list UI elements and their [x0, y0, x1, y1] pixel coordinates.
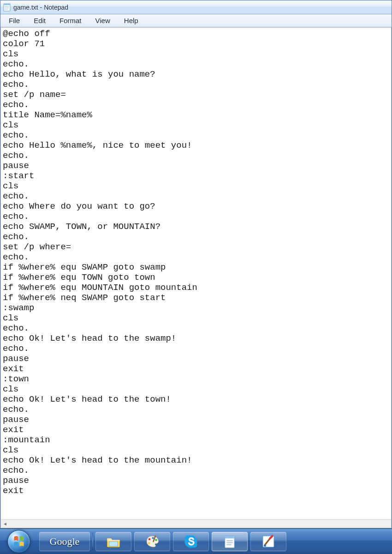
taskbar: Google	[0, 529, 392, 554]
skype-icon	[183, 533, 199, 550]
svg-point-7	[152, 537, 154, 539]
menu-edit[interactable]: Edit	[27, 16, 52, 25]
window-title: game.txt - Notepad	[13, 4, 68, 11]
notepad-icon	[221, 533, 238, 550]
horizontal-scrollbar[interactable]: ◄	[1, 519, 391, 528]
palette-icon	[144, 533, 160, 550]
svg-point-6	[148, 538, 150, 540]
svg-rect-1	[4, 4, 10, 5]
scroll-track[interactable]	[9, 520, 391, 528]
svg-rect-5	[109, 542, 118, 546]
taskbar-mspaint[interactable]	[250, 532, 286, 551]
menubar: File Edit Format View Help	[0, 14, 392, 27]
windows-logo-icon	[12, 535, 26, 548]
taskbar-notepad[interactable]	[212, 532, 248, 551]
menu-help[interactable]: Help	[118, 16, 145, 25]
menu-format[interactable]: Format	[53, 16, 88, 25]
notepad-window: game.txt - Notepad File Edit Format View…	[0, 0, 392, 529]
text-editor[interactable]: @echo off color 71 cls echo. echo Hello,…	[1, 28, 391, 519]
taskbar-google[interactable]: Google	[39, 532, 90, 551]
taskbar-skype[interactable]	[173, 532, 209, 551]
start-button[interactable]	[0, 529, 38, 554]
menu-view[interactable]: View	[89, 16, 117, 25]
scroll-left-arrow-icon[interactable]: ◄	[1, 520, 9, 528]
menu-file[interactable]: File	[2, 16, 26, 25]
folder-icon	[105, 533, 122, 550]
svg-point-9	[148, 542, 150, 544]
taskbar-google-label: Google	[50, 536, 80, 548]
taskbar-paint-palette[interactable]	[134, 532, 170, 551]
titlebar[interactable]: game.txt - Notepad	[0, 0, 392, 14]
notepad-app-icon	[3, 3, 11, 12]
paintbrush-icon	[260, 533, 277, 550]
taskbar-divider	[92, 533, 93, 550]
svg-rect-15	[225, 536, 234, 538]
svg-point-8	[155, 539, 157, 541]
editor-area: @echo off color 71 cls echo. echo Hello,…	[0, 27, 392, 528]
taskbar-file-explorer[interactable]	[95, 532, 131, 551]
